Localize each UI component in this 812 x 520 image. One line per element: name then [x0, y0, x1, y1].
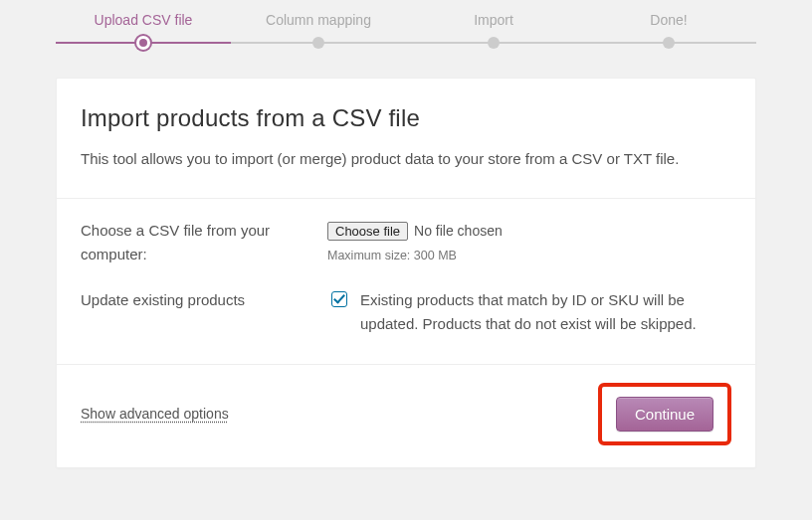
step-upload: Upload CSV file — [56, 0, 231, 50]
file-status: No file chosen — [414, 220, 503, 242]
card-body: Choose a CSV file from your computer: Ch… — [57, 199, 755, 365]
card-footer: Show advanced options Continue — [57, 365, 755, 467]
update-row: Update existing products Existing produc… — [81, 288, 731, 336]
show-advanced-link[interactable]: Show advanced options — [81, 406, 229, 422]
step-label: Upload CSV file — [56, 12, 231, 28]
file-input[interactable]: Choose file No file chosen — [327, 220, 503, 242]
update-label: Update existing products — [81, 288, 327, 312]
update-description: Existing products that match by ID or SK… — [360, 288, 731, 336]
step-dot-icon — [663, 37, 675, 49]
file-row: Choose a CSV file from your computer: Ch… — [81, 219, 731, 266]
update-existing-checkbox[interactable] — [331, 291, 347, 307]
step-dot-icon — [312, 37, 324, 49]
card-header: Import products from a CSV file This too… — [57, 79, 755, 199]
step-label: Done! — [581, 12, 756, 28]
step-done: Done! — [581, 0, 756, 50]
page-description: This tool allows you to import (or merge… — [81, 146, 731, 172]
step-dot-icon — [139, 39, 147, 47]
step-mapping: Column mapping — [231, 0, 406, 50]
step-dot-icon — [488, 37, 500, 49]
page-title: Import products from a CSV file — [81, 104, 731, 132]
continue-button[interactable]: Continue — [616, 397, 713, 432]
choose-file-button[interactable]: Choose file — [327, 222, 408, 241]
file-size-hint: Maximum size: 300 MB — [327, 246, 731, 265]
file-label: Choose a CSV file from your computer: — [81, 219, 327, 266]
import-card: Import products from a CSV file This too… — [56, 78, 756, 468]
step-import: Import — [406, 0, 581, 50]
progress-stepper: Upload CSV file Column mapping Import Do… — [56, 0, 756, 50]
step-label: Import — [406, 12, 581, 28]
step-label: Column mapping — [231, 12, 406, 28]
continue-highlight: Continue — [598, 383, 731, 445]
